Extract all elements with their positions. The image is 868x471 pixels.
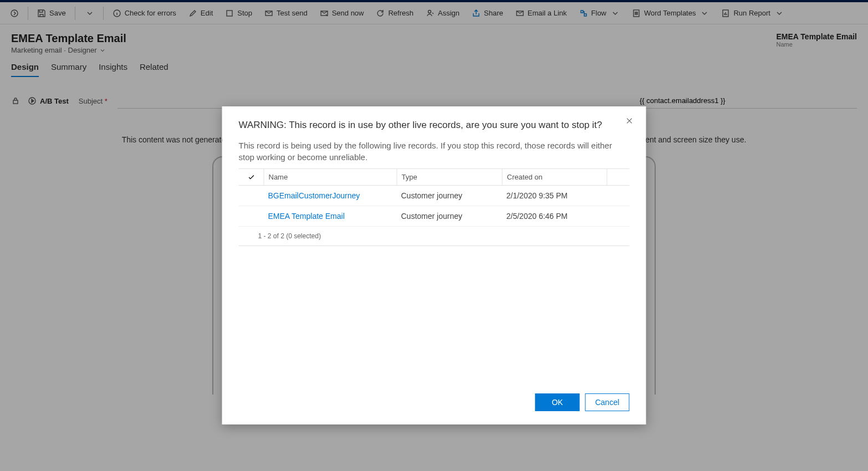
dialog-close-button[interactable] (624, 115, 635, 126)
record-link[interactable]: BGEmailCustomerJourney (264, 191, 397, 200)
table-row[interactable]: BGEmailCustomerJourney Customer journey … (239, 186, 630, 206)
select-all-checkbox[interactable] (239, 169, 264, 185)
cancel-button[interactable]: Cancel (585, 393, 630, 411)
ok-button[interactable]: OK (535, 393, 580, 411)
dialog-body: This record is being used by the followi… (239, 140, 630, 163)
record-link[interactable]: EMEA Template Email (264, 212, 397, 221)
column-name[interactable]: Name (264, 169, 397, 185)
stop-warning-dialog: WARNING: This record is in use by other … (222, 106, 646, 424)
column-created[interactable]: Created on (502, 169, 607, 185)
dialog-title: WARNING: This record is in use by other … (239, 120, 630, 131)
column-type[interactable]: Type (397, 169, 502, 185)
table-row[interactable]: EMEA Template Email Customer journey 2/5… (239, 206, 630, 227)
dependent-records-grid: Name Type Created on BGEmailCustomerJour… (239, 168, 630, 227)
grid-status: 1 - 2 of 2 (0 selected) (239, 227, 630, 246)
